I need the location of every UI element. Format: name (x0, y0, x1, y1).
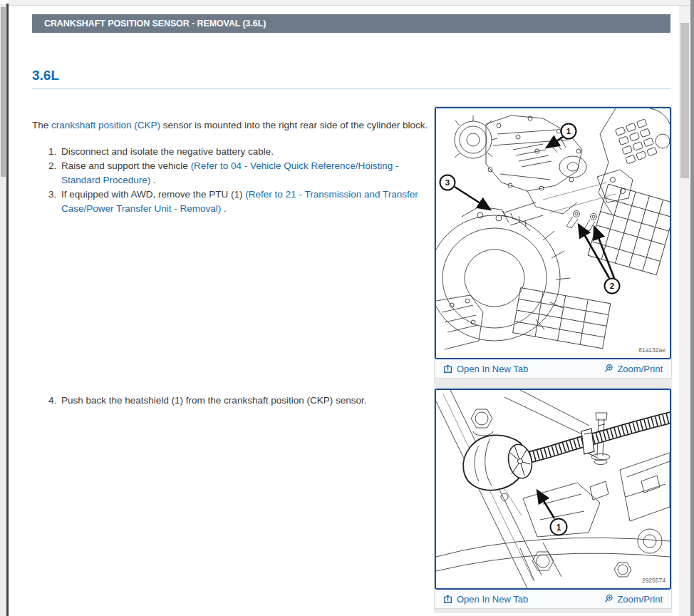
svg-text:1: 1 (566, 127, 571, 135)
svg-text:1: 1 (556, 523, 561, 533)
callout-2: 2 (605, 279, 620, 294)
procedure-step-4: 4.Push back the heatshield (1) from the … (48, 394, 437, 408)
text-segment: If equipped with AWD, remove the PTU (1) (61, 189, 245, 200)
text-segment: Push back the heatshield (1) from the cr… (61, 395, 366, 406)
figure-id-label: 2925574 (642, 577, 665, 584)
open-in-new-tab-icon (443, 364, 453, 374)
procedure-steps-1-3: 1.Disconnect and isolate the negative ba… (48, 145, 437, 216)
text-segment: Raise and support the vehicle (61, 160, 191, 171)
zoom-print-icon (604, 594, 613, 604)
step-text: Disconnect and isolate the negative batt… (61, 145, 432, 159)
figure-2-illustration: 1 2925574 (436, 390, 670, 588)
figure-widget-2: 1 2925574 Open In New Tab Zoom/Print (434, 388, 672, 609)
figure-widget-1: 1 3 2 81a132ae (434, 106, 672, 379)
open-in-new-tab-label: Open In New Tab (457, 364, 528, 374)
window-right-edge (690, 0, 694, 616)
left-scrollbar-track[interactable] (0, 4, 6, 616)
text-segment: . (221, 203, 227, 214)
section-heading: 3.6L (32, 68, 670, 89)
intro-paragraph: The crankshaft position (CKP) sensor is … (32, 118, 429, 133)
callout-1: 1 (561, 124, 576, 139)
procedure-step: 1.Disconnect and isolate the negative ba… (48, 145, 437, 159)
text-segment: The (32, 120, 51, 130)
text-segment: sensor is mounted into the right rear si… (160, 120, 428, 130)
step-number: 3. (48, 188, 61, 216)
procedure-step: 2.Raise and support the vehicle (Refer t… (48, 159, 437, 188)
article-title-bar: CRANKSHAFT POSITION SENSOR - REMOVAL (3.… (32, 14, 670, 33)
callout-1: 1 (551, 519, 567, 535)
right-scrollbar-thumb[interactable] (680, 23, 689, 178)
figure-2-actions: Open In New Tab Zoom/Print (435, 590, 671, 608)
figure-1-image[interactable]: 1 3 2 81a132ae (435, 107, 671, 359)
step-number: 2. (48, 159, 61, 188)
step-number: 4. (48, 394, 61, 408)
wire-loom (530, 417, 670, 458)
text-segment: . (150, 175, 156, 185)
svg-text:2: 2 (610, 282, 614, 290)
open-in-new-tab-link[interactable]: Open In New Tab (443, 594, 528, 605)
zoom-print-link[interactable]: Zoom/Print (604, 594, 663, 605)
callout-3: 3 (440, 175, 455, 190)
svg-text:3: 3 (445, 178, 450, 187)
figure-column: 1 3 2 81a132ae (434, 106, 672, 613)
article-pane: CRANKSHAFT POSITION SENSOR - REMOVAL (3.… (9, 6, 679, 616)
figure-2-image[interactable]: 1 2925574 (435, 389, 671, 590)
procedure-step: 4.Push back the heatshield (1) from the … (48, 394, 437, 408)
zoom-print-label: Zoom/Print (617, 364, 663, 374)
figure-1-illustration: 1 3 2 81a132ae (436, 108, 670, 358)
step-text: If equipped with AWD, remove the PTU (1)… (61, 188, 432, 216)
text-segment: Disconnect and isolate the negative batt… (61, 146, 274, 157)
zoom-print-icon (604, 364, 613, 374)
figure-id-label: 81a132ae (638, 346, 665, 354)
toolbar-bottom-strip (9, 0, 690, 6)
figure-2-callout-arrows (537, 491, 554, 518)
left-scrollbar-thumb[interactable] (1, 7, 6, 177)
step-number: 1. (48, 145, 61, 159)
open-in-new-tab-icon (443, 594, 453, 604)
zoom-print-label: Zoom/Print (617, 594, 663, 605)
procedure-step: 3.If equipped with AWD, remove the PTU (… (48, 188, 437, 216)
open-in-new-tab-link[interactable]: Open In New Tab (443, 364, 528, 374)
zoom-print-link[interactable]: Zoom/Print (604, 364, 663, 374)
step-text: Push back the heatshield (1) from the cr… (61, 394, 432, 408)
open-in-new-tab-label: Open In New Tab (457, 594, 528, 605)
reference-link[interactable]: crankshaft position (CKP) (51, 120, 160, 130)
step-text: Raise and support the vehicle (Refer to … (61, 159, 432, 188)
right-scrollbar-track[interactable] (679, 6, 690, 616)
figure-1-actions: Open In New Tab Zoom/Print (435, 359, 671, 378)
heat-shield-boot (463, 435, 535, 490)
